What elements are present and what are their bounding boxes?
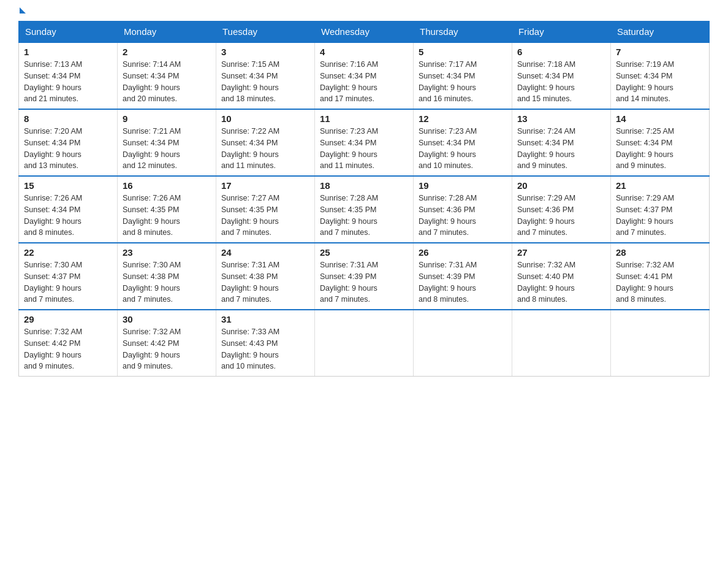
calendar-cell: 28 Sunrise: 7:32 AM Sunset: 4:41 PM Dayl… xyxy=(611,243,710,310)
day-info: Sunrise: 7:29 AM Sunset: 4:37 PM Dayligh… xyxy=(616,193,704,239)
calendar-cell: 17 Sunrise: 7:27 AM Sunset: 4:35 PM Dayl… xyxy=(216,176,315,243)
day-number: 12 xyxy=(419,113,507,124)
calendar-header-row: SundayMondayTuesdayWednesdayThursdayFrid… xyxy=(19,21,710,43)
calendar-cell: 27 Sunrise: 7:32 AM Sunset: 4:40 PM Dayl… xyxy=(512,243,611,310)
calendar-cell: 1 Sunrise: 7:13 AM Sunset: 4:34 PM Dayli… xyxy=(19,42,118,109)
logo-triangle-icon xyxy=(20,7,26,13)
calendar-cell: 19 Sunrise: 7:28 AM Sunset: 4:36 PM Dayl… xyxy=(414,176,512,243)
calendar-cell xyxy=(315,310,414,377)
day-number: 18 xyxy=(320,180,408,191)
day-number: 26 xyxy=(419,247,507,258)
day-info: Sunrise: 7:26 AM Sunset: 4:35 PM Dayligh… xyxy=(123,193,211,239)
calendar-cell: 16 Sunrise: 7:26 AM Sunset: 4:35 PM Dayl… xyxy=(118,176,216,243)
calendar-cell: 5 Sunrise: 7:17 AM Sunset: 4:34 PM Dayli… xyxy=(414,42,512,109)
day-info: Sunrise: 7:32 AM Sunset: 4:42 PM Dayligh… xyxy=(24,326,112,372)
day-info: Sunrise: 7:16 AM Sunset: 4:34 PM Dayligh… xyxy=(320,59,408,105)
calendar-cell xyxy=(512,310,611,377)
calendar-cell: 4 Sunrise: 7:16 AM Sunset: 4:34 PM Dayli… xyxy=(315,42,414,109)
day-info: Sunrise: 7:26 AM Sunset: 4:34 PM Dayligh… xyxy=(24,193,112,239)
day-info: Sunrise: 7:28 AM Sunset: 4:36 PM Dayligh… xyxy=(419,193,507,239)
day-info: Sunrise: 7:19 AM Sunset: 4:34 PM Dayligh… xyxy=(616,59,704,105)
calendar-cell xyxy=(414,310,512,377)
calendar-cell: 10 Sunrise: 7:22 AM Sunset: 4:34 PM Dayl… xyxy=(216,109,315,176)
calendar-cell: 13 Sunrise: 7:24 AM Sunset: 4:34 PM Dayl… xyxy=(512,109,611,176)
calendar-week-row: 8 Sunrise: 7:20 AM Sunset: 4:34 PM Dayli… xyxy=(19,109,710,176)
day-info: Sunrise: 7:33 AM Sunset: 4:43 PM Dayligh… xyxy=(221,326,309,372)
day-info: Sunrise: 7:15 AM Sunset: 4:34 PM Dayligh… xyxy=(221,59,309,105)
day-number: 30 xyxy=(123,314,211,324)
calendar-header-thursday: Thursday xyxy=(414,21,512,43)
calendar-cell: 9 Sunrise: 7:21 AM Sunset: 4:34 PM Dayli… xyxy=(118,109,216,176)
day-info: Sunrise: 7:25 AM Sunset: 4:34 PM Dayligh… xyxy=(616,126,704,172)
calendar-header-wednesday: Wednesday xyxy=(315,21,414,43)
day-info: Sunrise: 7:28 AM Sunset: 4:35 PM Dayligh… xyxy=(320,193,408,239)
day-number: 1 xyxy=(24,47,112,57)
calendar-cell: 26 Sunrise: 7:31 AM Sunset: 4:39 PM Dayl… xyxy=(414,243,512,310)
day-number: 11 xyxy=(320,113,408,124)
day-number: 14 xyxy=(616,113,704,124)
day-number: 5 xyxy=(419,47,507,57)
day-number: 24 xyxy=(221,247,309,258)
day-number: 15 xyxy=(24,180,112,191)
day-info: Sunrise: 7:29 AM Sunset: 4:36 PM Dayligh… xyxy=(517,193,605,239)
calendar-week-row: 29 Sunrise: 7:32 AM Sunset: 4:42 PM Dayl… xyxy=(19,310,710,377)
calendar-cell: 2 Sunrise: 7:14 AM Sunset: 4:34 PM Dayli… xyxy=(118,42,216,109)
day-number: 9 xyxy=(123,113,211,124)
day-info: Sunrise: 7:31 AM Sunset: 4:38 PM Dayligh… xyxy=(221,259,309,305)
calendar-cell: 12 Sunrise: 7:23 AM Sunset: 4:34 PM Dayl… xyxy=(414,109,512,176)
logo xyxy=(18,12,26,13)
calendar-header-friday: Friday xyxy=(512,21,611,43)
day-info: Sunrise: 7:23 AM Sunset: 4:34 PM Dayligh… xyxy=(320,126,408,172)
page-header xyxy=(18,12,710,15)
day-number: 27 xyxy=(517,247,605,258)
calendar-cell: 22 Sunrise: 7:30 AM Sunset: 4:37 PM Dayl… xyxy=(19,243,118,310)
day-info: Sunrise: 7:24 AM Sunset: 4:34 PM Dayligh… xyxy=(517,126,605,172)
calendar-week-row: 22 Sunrise: 7:30 AM Sunset: 4:37 PM Dayl… xyxy=(19,243,710,310)
calendar-cell: 21 Sunrise: 7:29 AM Sunset: 4:37 PM Dayl… xyxy=(611,176,710,243)
calendar-cell: 30 Sunrise: 7:32 AM Sunset: 4:42 PM Dayl… xyxy=(118,310,216,377)
day-info: Sunrise: 7:30 AM Sunset: 4:37 PM Dayligh… xyxy=(24,259,112,305)
calendar-cell xyxy=(611,310,710,377)
day-number: 22 xyxy=(24,247,112,258)
day-info: Sunrise: 7:31 AM Sunset: 4:39 PM Dayligh… xyxy=(320,259,408,305)
day-number: 2 xyxy=(123,47,211,57)
calendar-header-sunday: Sunday xyxy=(19,21,118,43)
day-number: 6 xyxy=(517,47,605,57)
calendar-table: SundayMondayTuesdayWednesdayThursdayFrid… xyxy=(18,21,710,377)
calendar-cell: 20 Sunrise: 7:29 AM Sunset: 4:36 PM Dayl… xyxy=(512,176,611,243)
day-info: Sunrise: 7:32 AM Sunset: 4:42 PM Dayligh… xyxy=(123,326,211,372)
calendar-cell: 18 Sunrise: 7:28 AM Sunset: 4:35 PM Dayl… xyxy=(315,176,414,243)
calendar-cell: 23 Sunrise: 7:30 AM Sunset: 4:38 PM Dayl… xyxy=(118,243,216,310)
day-number: 31 xyxy=(221,314,309,324)
day-number: 3 xyxy=(221,47,309,57)
calendar-cell: 15 Sunrise: 7:26 AM Sunset: 4:34 PM Dayl… xyxy=(19,176,118,243)
day-info: Sunrise: 7:14 AM Sunset: 4:34 PM Dayligh… xyxy=(123,59,211,105)
calendar-header-saturday: Saturday xyxy=(611,21,710,43)
calendar-cell: 25 Sunrise: 7:31 AM Sunset: 4:39 PM Dayl… xyxy=(315,243,414,310)
day-number: 25 xyxy=(320,247,408,258)
day-number: 17 xyxy=(221,180,309,191)
calendar-header-monday: Monday xyxy=(118,21,216,43)
day-info: Sunrise: 7:18 AM Sunset: 4:34 PM Dayligh… xyxy=(517,59,605,105)
calendar-cell: 6 Sunrise: 7:18 AM Sunset: 4:34 PM Dayli… xyxy=(512,42,611,109)
day-info: Sunrise: 7:31 AM Sunset: 4:39 PM Dayligh… xyxy=(419,259,507,305)
day-info: Sunrise: 7:21 AM Sunset: 4:34 PM Dayligh… xyxy=(123,126,211,172)
day-info: Sunrise: 7:13 AM Sunset: 4:34 PM Dayligh… xyxy=(24,59,112,105)
day-number: 10 xyxy=(221,113,309,124)
day-info: Sunrise: 7:30 AM Sunset: 4:38 PM Dayligh… xyxy=(123,259,211,305)
day-number: 20 xyxy=(517,180,605,191)
day-number: 13 xyxy=(517,113,605,124)
calendar-cell: 8 Sunrise: 7:20 AM Sunset: 4:34 PM Dayli… xyxy=(19,109,118,176)
calendar-cell: 14 Sunrise: 7:25 AM Sunset: 4:34 PM Dayl… xyxy=(611,109,710,176)
day-number: 21 xyxy=(616,180,704,191)
calendar-cell: 29 Sunrise: 7:32 AM Sunset: 4:42 PM Dayl… xyxy=(19,310,118,377)
calendar-header-tuesday: Tuesday xyxy=(216,21,315,43)
day-info: Sunrise: 7:27 AM Sunset: 4:35 PM Dayligh… xyxy=(221,193,309,239)
calendar-cell: 11 Sunrise: 7:23 AM Sunset: 4:34 PM Dayl… xyxy=(315,109,414,176)
calendar-cell: 24 Sunrise: 7:31 AM Sunset: 4:38 PM Dayl… xyxy=(216,243,315,310)
calendar-week-row: 1 Sunrise: 7:13 AM Sunset: 4:34 PM Dayli… xyxy=(19,42,710,109)
day-info: Sunrise: 7:32 AM Sunset: 4:40 PM Dayligh… xyxy=(517,259,605,305)
calendar-cell: 31 Sunrise: 7:33 AM Sunset: 4:43 PM Dayl… xyxy=(216,310,315,377)
day-number: 29 xyxy=(24,314,112,324)
day-number: 4 xyxy=(320,47,408,57)
